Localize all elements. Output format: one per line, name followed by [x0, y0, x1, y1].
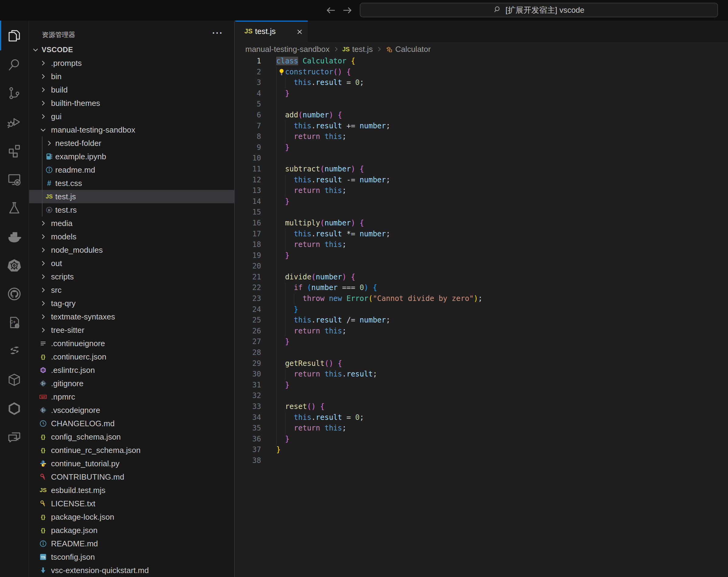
tree-item-test-rs[interactable]: Rtest.rs	[29, 203, 235, 217]
code-line-23[interactable]: 23 throw new Error("Cannot divide by zer…	[235, 293, 728, 304]
tab-test-js[interactable]: JS test.js	[235, 21, 308, 42]
code-line-11[interactable]: 11 subtract(number) {	[235, 164, 728, 175]
code-line-36[interactable]: 36 }	[235, 434, 728, 445]
tree-item--prompts[interactable]: .prompts	[29, 56, 235, 70]
activitybar-hexagon-extension-icon[interactable]	[7, 401, 22, 416]
activitybar-testing-icon[interactable]	[7, 200, 22, 215]
tree-item-config-schema-json[interactable]: {}config_schema.json	[29, 430, 235, 443]
code-line-17[interactable]: 17 this.result *= number;	[235, 229, 728, 240]
code-line-18[interactable]: 18 return this;	[235, 239, 728, 250]
tree-item-readme-md[interactable]: readme.md	[29, 163, 235, 176]
tree-item-builtin-themes[interactable]: builtin-themes	[29, 97, 235, 110]
tree-item--eslintrc-json[interactable]: .eslintrc.json	[29, 363, 235, 377]
activitybar-cpp-tools-icon[interactable]: C+	[7, 315, 22, 330]
code-line-12[interactable]: 12 this.result -= number;	[235, 175, 728, 186]
tree-item-package-json[interactable]: {}package.json	[29, 524, 235, 537]
code-line-5[interactable]: 5	[235, 99, 728, 110]
code-line-32[interactable]: 32	[235, 390, 728, 401]
tree-item-nested-folder[interactable]: nested-folder	[29, 137, 235, 150]
tree-item-src[interactable]: src	[29, 283, 235, 297]
activitybar-remote-explorer-icon[interactable]	[7, 172, 22, 187]
tree-item-package-lock-json[interactable]: {}package-lock.json	[29, 510, 235, 524]
code-line-1[interactable]: 1class Calculator {	[235, 56, 728, 67]
activitybar-extensions-icon[interactable]	[7, 143, 22, 158]
tree-item-manual-testing-sandbox[interactable]: manual-testing-sandbox	[29, 123, 235, 137]
tree-item-changelog-md[interactable]: CHANGELOG.md	[29, 417, 235, 430]
activitybar-s-extension-icon[interactable]	[7, 344, 22, 359]
tree-item-tsconfig-json[interactable]: TStsconfig.json	[29, 550, 235, 564]
breadcrumb-calculator[interactable]: Calculator	[386, 45, 431, 54]
tree-item-scripts[interactable]: scripts	[29, 270, 235, 283]
tree-item-esbuild-test-mjs[interactable]: JSesbuild.test.mjs	[29, 484, 235, 497]
code-line-10[interactable]: 10	[235, 153, 728, 164]
code-line-30[interactable]: 30 return this.result;	[235, 369, 728, 380]
tree-item-build[interactable]: build	[29, 83, 235, 97]
code-line-16[interactable]: 16 multiply(number) {	[235, 218, 728, 229]
code-line-31[interactable]: 31 }	[235, 380, 728, 391]
tree-item-contributing-md[interactable]: CONTRIBUTING.md	[29, 470, 235, 484]
tree-item-models[interactable]: models	[29, 230, 235, 243]
code-line-22[interactable]: 22 if (number === 0) {	[235, 282, 728, 293]
code-line-27[interactable]: 27 }	[235, 336, 728, 347]
code-line-14[interactable]: 14 }	[235, 196, 728, 207]
code-line-33[interactable]: 33 reset() {	[235, 401, 728, 412]
more-actions-icon[interactable]: ···	[212, 28, 223, 38]
tree-item-node-modules[interactable]: node_modules	[29, 243, 235, 257]
code-line-6[interactable]: 6 add(number) {	[235, 110, 728, 121]
tree-item--npmrc[interactable]: npm.npmrc	[29, 390, 235, 404]
code-line-15[interactable]: 15	[235, 207, 728, 218]
activitybar-search-icon[interactable]	[7, 57, 22, 72]
tree-item-tree-sitter[interactable]: tree-sitter	[29, 323, 235, 337]
tree-item-textmate-syntaxes[interactable]: textmate-syntaxes	[29, 310, 235, 323]
tree-item-continue-rc-schema-json[interactable]: {}continue_rc_schema.json	[29, 443, 235, 457]
code-line-34[interactable]: 34 this.result = 0;	[235, 412, 728, 423]
tree-item-gui[interactable]: gui	[29, 110, 235, 123]
code-line-3[interactable]: 3 this.result = 0;	[235, 77, 728, 88]
tree-item-bin[interactable]: bin	[29, 70, 235, 83]
activitybar-run-debug-icon[interactable]	[7, 115, 22, 129]
tree-item-readme-md[interactable]: README.md	[29, 537, 235, 550]
tree-item--gitignore[interactable]: .gitignore	[29, 377, 235, 390]
tree-item-tag-qry[interactable]: tag-qry	[29, 297, 235, 310]
code-line-13[interactable]: 13 return this;	[235, 185, 728, 196]
tree-item-example-ipynb[interactable]: example.ipynb	[29, 150, 235, 163]
code-line-29[interactable]: 29 getResult() {	[235, 358, 728, 369]
tree-item-test-js[interactable]: JStest.js	[29, 190, 235, 203]
tree-item-test-css[interactable]: #test.css	[29, 176, 235, 190]
code-line-28[interactable]: 28	[235, 347, 728, 358]
code-line-37[interactable]: 37}	[235, 444, 728, 455]
activitybar-docker-icon[interactable]	[7, 229, 22, 244]
code-line-21[interactable]: 21 divide(number) {	[235, 272, 728, 283]
command-center-search[interactable]: [扩展开发宿主] vscode	[360, 3, 718, 17]
code-editor[interactable]: 1class Calculator {2 constructor() {3 th…	[235, 56, 728, 466]
tab-close-icon[interactable]	[295, 28, 304, 36]
code-line-20[interactable]: 20	[235, 261, 728, 272]
activitybar-comments-icon[interactable]	[7, 430, 22, 444]
activitybar-github-icon[interactable]	[7, 287, 22, 301]
code-line-8[interactable]: 8 return this;	[235, 131, 728, 142]
code-line-19[interactable]: 19 }	[235, 250, 728, 261]
code-line-7[interactable]: 7 this.result += number;	[235, 121, 728, 132]
back-arrow-button[interactable]	[324, 4, 338, 17]
tree-item--continueignore[interactable]: .continueignore	[29, 337, 235, 350]
code-line-2[interactable]: 2 constructor() {	[235, 67, 728, 78]
code-line-25[interactable]: 25 this.result /= number;	[235, 315, 728, 326]
tree-item-vsc-extension-quickstart-md[interactable]: vsc-extension-quickstart.md	[29, 564, 235, 577]
breadcrumb-test-js[interactable]: JStest.js	[342, 45, 373, 54]
activitybar-kubernetes-icon[interactable]	[7, 258, 22, 272]
tree-item-media[interactable]: media	[29, 217, 235, 230]
tree-item-license-txt[interactable]: LICENSE.txt	[29, 497, 235, 510]
tree-item--vscodeignore[interactable]: .vscodeignore	[29, 404, 235, 417]
code-line-38[interactable]: 38	[235, 455, 728, 466]
activitybar-package-box-icon[interactable]	[7, 373, 22, 387]
breadcrumb-manual-testing-sandbox[interactable]: manual-testing-sandbox	[245, 45, 330, 54]
tree-item-out[interactable]: out	[29, 257, 235, 270]
code-line-4[interactable]: 4 }	[235, 88, 728, 99]
code-line-26[interactable]: 26 return this;	[235, 326, 728, 337]
tree-item-vscode[interactable]: VSCODE	[29, 43, 235, 56]
tree-item-continue-tutorial-py[interactable]: continue_tutorial.py	[29, 457, 235, 470]
activitybar-explorer-icon[interactable]	[7, 29, 22, 43]
code-line-24[interactable]: 24 }	[235, 304, 728, 315]
code-line-35[interactable]: 35 return this;	[235, 423, 728, 434]
tree-item--continuerc-json[interactable]: {}.continuerc.json	[29, 350, 235, 363]
